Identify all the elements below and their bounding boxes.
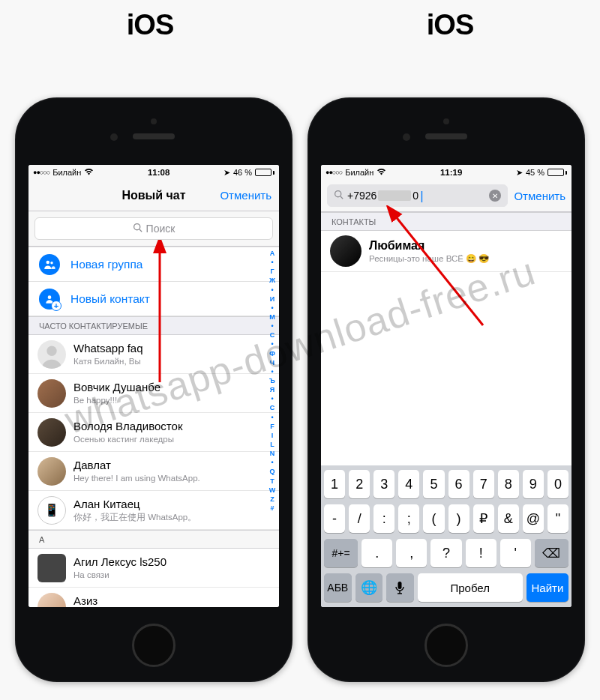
search-input[interactable]: Поиск	[34, 217, 273, 240]
keyboard-key[interactable]: 5	[423, 470, 444, 498]
keyboard-mic-key[interactable]	[386, 573, 414, 602]
signal-icon: ●●○○○	[326, 169, 342, 176]
os-badge-right: iOS	[405, 6, 495, 41]
keyboard-key[interactable]: !	[466, 539, 496, 567]
nav-bar: Новый чат Отменить	[28, 180, 279, 211]
cancel-button[interactable]: Отменить	[514, 190, 566, 202]
battery-pct-label: 46 %	[233, 168, 252, 177]
contact-row[interactable]: Любимая Ресницы-это наше ВСЁ 😄 😎	[321, 231, 572, 272]
page-title: Новый чат	[122, 189, 185, 202]
new-contact-button[interactable]: Новый контакт	[28, 281, 279, 316]
cancel-button[interactable]: Отменить	[220, 189, 272, 202]
contact-status: 你好，我正在使用 WhatsApp。	[74, 513, 268, 523]
keyboard-key[interactable]: 7	[473, 470, 494, 498]
contact-name: Вовчик Душанбе	[74, 381, 268, 394]
keyboard-key[interactable]: 6	[448, 470, 470, 498]
keyboard-key[interactable]: .	[362, 539, 392, 567]
keyboard-space-key[interactable]: Пробел	[418, 573, 523, 602]
contact-status: Ресницы-это наше ВСЁ 😄 😎	[369, 254, 561, 265]
contact-name: Алан Китаец	[74, 498, 268, 511]
section-header-contacts: КОНТАКТЫ	[321, 212, 572, 231]
contact-row[interactable]: Whatsapp faq Катя Билайн, Вы	[28, 335, 279, 374]
group-icon	[39, 254, 60, 275]
keyboard-key[interactable]: ₽	[473, 504, 494, 533]
carrier-label: Билайн	[52, 168, 81, 177]
clear-search-button[interactable]: ✕	[489, 190, 501, 202]
svg-point-3	[50, 262, 52, 264]
svg-point-0	[134, 224, 140, 230]
battery-icon	[255, 169, 274, 176]
svg-rect-10	[398, 582, 402, 589]
search-icon	[133, 223, 142, 235]
keyboard-globe-key[interactable]: 🌐	[356, 573, 383, 602]
svg-point-4	[48, 295, 52, 299]
carrier-label: Билайн	[345, 168, 374, 177]
svg-line-1	[140, 229, 142, 232]
contact-row[interactable]: 📱 Алан Китаец 你好，我正在使用 WhatsApp。	[28, 491, 279, 530]
keyboard-key[interactable]: 3	[374, 470, 394, 498]
keyboard-backspace-key[interactable]: ⌫	[535, 539, 568, 567]
location-icon: ➤	[224, 168, 230, 178]
keyboard-key[interactable]: ?	[430, 539, 461, 567]
search-icon	[334, 190, 344, 202]
clock-label: 11:08	[148, 168, 170, 177]
signal-icon: ●●○○○	[33, 169, 50, 176]
contact-row[interactable]: Агил Лексус ls250 На связи	[28, 549, 279, 588]
keyboard-key[interactable]: @	[523, 504, 544, 533]
keyboard-key[interactable]: 0	[548, 470, 568, 498]
keyboard-mode-key[interactable]: АБВ	[324, 573, 352, 602]
ios-label: iOS	[105, 9, 195, 41]
svg-point-2	[46, 260, 50, 264]
contact-row[interactable]: Володя Владивосток Осенью кастинг лакедр…	[28, 413, 279, 452]
keyboard-key[interactable]: ;	[398, 504, 419, 533]
keyboard-key[interactable]: 2	[349, 470, 370, 498]
contact-status: Катя Билайн, Вы	[74, 357, 268, 367]
contact-status: Be happy!!!	[74, 396, 268, 406]
contact-name: Любимая	[369, 238, 561, 253]
search-bar: Поиск	[28, 211, 279, 247]
keyboard-symbols-key[interactable]: #+=	[324, 539, 358, 567]
avatar	[38, 554, 66, 582]
phone-right: ●●○○○ Билайн 11:19 ➤ 45 %	[308, 97, 585, 682]
home-button[interactable]	[424, 624, 468, 667]
new-group-button[interactable]: Новая группа	[28, 247, 279, 281]
keyboard-key[interactable]: 4	[398, 470, 419, 498]
contact-row[interactable]: Вовчик Душанбе Be happy!!!	[28, 374, 279, 413]
keyboard-key[interactable]: 1	[324, 470, 345, 498]
keyboard-key[interactable]: /	[349, 504, 370, 533]
location-icon: ➤	[516, 168, 523, 178]
keyboard: 1234567890 -/:;()₽&@" #+= .,?!' ⌫ АБВ 🌐 …	[321, 465, 572, 607]
keyboard-key[interactable]: &	[498, 504, 519, 533]
avatar	[38, 340, 66, 369]
search-placeholder: Поиск	[146, 223, 176, 235]
keyboard-key[interactable]: :	[374, 504, 394, 533]
keyboard-key[interactable]: ,	[396, 539, 427, 567]
battery-icon	[548, 169, 567, 176]
contact-name: Агил Лексус ls250	[74, 555, 268, 569]
keyboard-key[interactable]: (	[423, 504, 444, 533]
keyboard-key[interactable]: -	[324, 504, 345, 533]
keyboard-key[interactable]: 8	[498, 470, 519, 498]
contact-row[interactable]: Азиз cpp-lab.ru	[28, 588, 279, 607]
avatar	[38, 418, 66, 447]
redacted-span	[378, 190, 411, 201]
keyboard-key[interactable]: "	[548, 504, 568, 533]
phone-left: ●●○○○ Билайн 11:08 ➤ 46 % Новый чат Отме…	[15, 97, 292, 682]
search-input[interactable]: +79260| ✕	[327, 184, 508, 207]
avatar	[330, 235, 362, 267]
clock-label: 11:19	[440, 168, 462, 177]
keyboard-key[interactable]: )	[448, 504, 470, 533]
new-contact-label: Новый контакт	[70, 292, 150, 306]
status-bar: ●●○○○ Билайн 11:08 ➤ 46 %	[28, 165, 279, 180]
keyboard-find-key[interactable]: Найти	[526, 573, 568, 602]
keyboard-key[interactable]: 9	[523, 470, 544, 498]
text-cursor-icon: |	[420, 190, 423, 202]
contact-row[interactable]: Давлат Hey there! I am using WhatsApp.	[28, 452, 279, 491]
new-group-label: Новая группа	[70, 258, 142, 271]
status-bar: ●●○○○ Билайн 11:19 ➤ 45 %	[321, 165, 572, 180]
keyboard-key[interactable]: '	[500, 539, 531, 567]
search-bar: +79260| ✕ Отменить	[321, 180, 572, 212]
home-button[interactable]	[132, 624, 176, 667]
wifi-icon	[84, 168, 94, 177]
avatar	[38, 379, 66, 408]
